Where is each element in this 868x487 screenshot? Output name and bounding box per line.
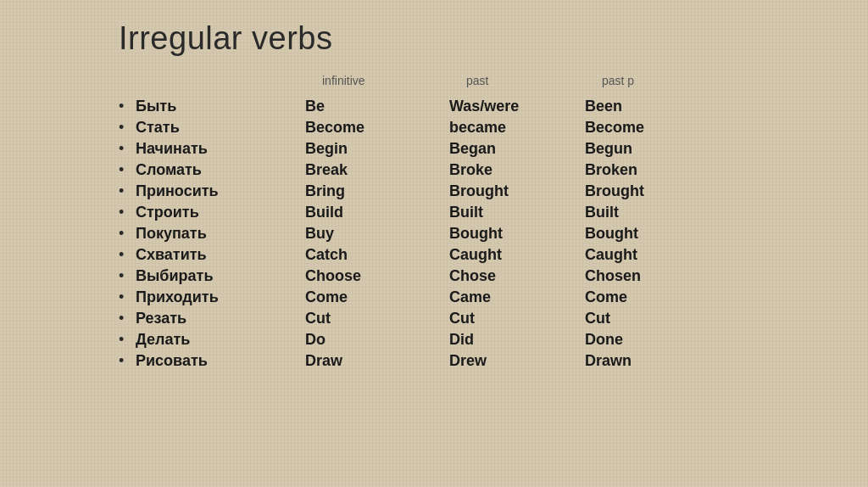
pastp-word: Become [585,119,721,137]
past-word: Came [449,288,585,306]
col-header-russian [136,74,322,87]
bullet: • [119,204,136,221]
bullet: • [119,352,136,370]
past-word: Caught [449,246,585,264]
pastp-word: Done [585,331,721,349]
page-title: Irregular verbs [119,20,834,57]
russian-word: Покупать [136,225,305,243]
bullet: • [119,182,136,200]
past-word: Broke [449,161,585,179]
russian-word: Начинать [136,140,305,158]
infinitive-word: Catch [305,246,449,264]
russian-word: Приходить [136,288,305,306]
past-word: Bought [449,225,585,243]
past-word: Built [449,204,585,221]
pastp-word: Come [585,288,721,306]
russian-word: Схватить [136,246,305,264]
infinitive-word: Build [305,204,449,221]
russian-word: Делать [136,331,305,349]
column-headers: infinitive past past p [119,74,834,87]
verb-table: • Быть Be Was/were Been • Стать Become b… [119,96,834,372]
infinitive-word: Begin [305,140,449,158]
infinitive-word: Come [305,288,449,306]
bullet: • [119,288,136,306]
bullet: • [119,98,136,115]
table-row: • Делать Do Did Done [119,329,834,350]
russian-word: Резать [136,310,305,327]
past-word: Drew [449,352,585,370]
table-row: • Рисовать Draw Drew Drawn [119,350,834,372]
pastp-word: Broken [585,161,721,179]
table-row: • Приносить Bring Brought Brought [119,181,834,202]
bullet: • [119,267,136,285]
past-word: became [449,119,585,137]
past-word: Was/were [449,98,585,115]
table-row: • Покупать Buy Bought Bought [119,223,834,244]
table-row: • Стать Become became Become [119,117,834,138]
bullet: • [119,246,136,264]
russian-word: Строить [136,204,305,221]
russian-word: Стать [136,119,305,137]
page-container: Irregular verbs infinitive past past p •… [0,0,868,487]
infinitive-word: Buy [305,225,449,243]
russian-word: Приносить [136,182,305,200]
table-row: • Резать Cut Cut Cut [119,308,834,329]
russian-word: Сломать [136,161,305,179]
bullet: • [119,331,136,349]
pastp-word: Chosen [585,267,721,285]
table-row: • Строить Build Built Built [119,202,834,223]
bullet: • [119,140,136,158]
past-word: Cut [449,310,585,327]
infinitive-word: Be [305,98,449,115]
table-row: • Схватить Catch Caught Caught [119,244,834,266]
russian-word: Рисовать [136,352,305,370]
col-header-pastp: past p [602,74,737,87]
russian-word: Выбирать [136,267,305,285]
bullet: • [119,161,136,179]
pastp-word: Drawn [585,352,721,370]
table-row: • Сломать Break Broke Broken [119,160,834,181]
past-word: Brought [449,182,585,200]
table-row: • Выбирать Choose Chose Chosen [119,266,834,287]
pastp-word: Cut [585,310,721,327]
bullet: • [119,119,136,137]
pastp-word: Brought [585,182,721,200]
col-header-infinitive: infinitive [322,74,466,87]
pastp-word: Bought [585,225,721,243]
bullet: • [119,310,136,327]
past-word: Chose [449,267,585,285]
infinitive-word: Bring [305,182,449,200]
pastp-word: Begun [585,140,721,158]
pastp-word: Been [585,98,721,115]
infinitive-word: Choose [305,267,449,285]
infinitive-word: Break [305,161,449,179]
past-word: Began [449,140,585,158]
russian-word: Быть [136,98,305,115]
col-header-past: past [466,74,602,87]
pastp-word: Built [585,204,721,221]
infinitive-word: Draw [305,352,449,370]
bullet: • [119,225,136,243]
infinitive-word: Become [305,119,449,137]
table-row: • Быть Be Was/were Been [119,96,834,117]
infinitive-word: Do [305,331,449,349]
pastp-word: Caught [585,246,721,264]
past-word: Did [449,331,585,349]
infinitive-word: Cut [305,310,449,327]
table-row: • Начинать Begin Began Begun [119,138,834,160]
table-row: • Приходить Come Came Come [119,287,834,308]
